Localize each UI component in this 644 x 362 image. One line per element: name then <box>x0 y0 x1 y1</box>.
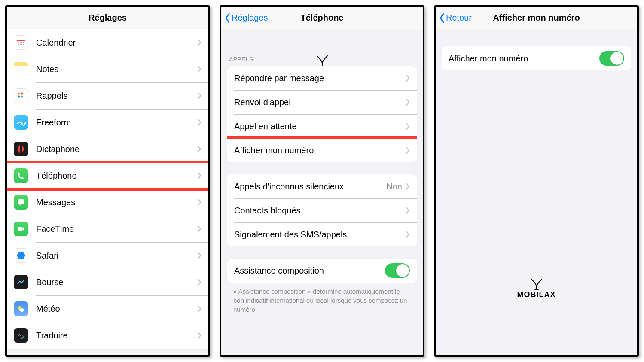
svg-text:文: 文 <box>21 335 25 339</box>
settings-row-translate[interactable]: A文Traduire <box>7 322 208 349</box>
settings-row-freeform[interactable]: Freeform <box>7 109 208 136</box>
chevron-right-icon <box>197 172 201 179</box>
chevron-right-icon <box>197 332 201 339</box>
nav-bar: Réglages Téléphone <box>221 7 423 29</box>
weather-icon <box>14 301 28 316</box>
chevron-right-icon <box>197 119 201 126</box>
row-label: Rappels <box>36 91 197 101</box>
back-button[interactable]: Réglages <box>225 7 268 29</box>
row-showid[interactable]: Afficher mon numéro <box>227 138 417 162</box>
row-waiting[interactable]: Appel en attente <box>227 114 417 138</box>
settings-row-weather[interactable]: Météo <box>7 295 208 322</box>
chevron-right-icon <box>197 225 201 233</box>
row-label: Afficher mon numéro <box>449 54 599 64</box>
row-label: Messages <box>36 198 197 207</box>
calls-group-1: Répondre par messageRenvoi d'appelAppel … <box>227 66 417 162</box>
svg-point-9 <box>18 93 20 95</box>
row-label: Traduire <box>36 331 197 341</box>
svg-point-1 <box>18 42 19 43</box>
row-report[interactable]: Signalement des SMS/appels <box>227 222 417 246</box>
row-label: Afficher mon numéro <box>234 146 406 155</box>
settings-list: CalendrierNotesRappelsFreeformDictaphone… <box>7 29 208 355</box>
nav-title: Téléphone <box>300 13 343 23</box>
messages-icon <box>14 195 28 210</box>
row-forward[interactable]: Renvoi d'appel <box>227 90 417 114</box>
chevron-right-icon <box>406 207 410 214</box>
translate-icon: A文 <box>14 328 28 343</box>
dialassist-toggle[interactable] <box>385 263 410 278</box>
chevron-right-icon <box>406 146 410 154</box>
svg-rect-13 <box>18 227 22 231</box>
row-label: Contacts bloqués <box>234 206 406 216</box>
row-label: Renvoi d'appel <box>234 97 406 107</box>
notes-icon <box>14 62 28 76</box>
row-label: Météo <box>36 304 197 314</box>
back-button[interactable]: Retour <box>439 7 472 29</box>
row-label: Freeform <box>36 118 197 128</box>
svg-point-5 <box>18 44 19 45</box>
calendar-icon <box>14 35 28 50</box>
row-label: Téléphone <box>36 171 197 181</box>
svg-rect-0 <box>17 40 25 41</box>
svg-point-16 <box>19 308 24 312</box>
svg-point-14 <box>17 252 25 259</box>
row-label: Dictaphone <box>36 144 197 154</box>
row-blocked[interactable]: Contacts bloqués <box>227 198 417 222</box>
safari-icon <box>14 248 28 263</box>
chevron-right-icon <box>197 145 201 153</box>
reminders-icon <box>14 88 28 103</box>
phone-settings-panel: Réglages Téléphone MOBILAX Appels Répond… <box>220 5 424 357</box>
chevron-right-icon <box>406 122 410 130</box>
settings-row-phone[interactable]: Téléphone <box>7 162 208 189</box>
chevron-right-icon <box>406 74 410 82</box>
settings-row-voicememo[interactable]: Dictaphone <box>7 136 208 162</box>
svg-point-10 <box>18 96 20 98</box>
row-respond[interactable]: Répondre par message <box>227 66 417 90</box>
show-my-number-row[interactable]: Afficher mon numéro <box>442 46 631 70</box>
row-dialassist[interactable]: Assistance composition <box>227 259 417 283</box>
nav-title: Afficher mon numéro <box>493 13 580 23</box>
settings-row-safari[interactable]: Safari <box>7 242 208 269</box>
settings-row-messages[interactable]: Messages <box>7 189 208 216</box>
row-label: Safari <box>36 251 197 261</box>
settings-row-facetime[interactable]: FaceTime <box>7 216 208 242</box>
phone-icon <box>14 168 28 183</box>
settings-row-stocks[interactable]: Bourse <box>7 269 208 295</box>
calls-group-2: Appels d'inconnus silencieuxNonContacts … <box>227 174 417 246</box>
nav-bar: Réglages <box>7 7 208 29</box>
chevron-right-icon <box>197 92 201 100</box>
svg-point-12 <box>21 96 23 98</box>
row-silence[interactable]: Appels d'inconnus silencieuxNon <box>227 174 417 198</box>
show-caller-id-panel: Retour Afficher mon numéro Afficher mon … <box>434 5 639 357</box>
show-id-content: Afficher mon numéro MOBILAX <box>436 29 637 355</box>
row-label: Signalement des SMS/appels <box>234 230 406 240</box>
row-value: Non <box>386 182 402 192</box>
chevron-right-icon <box>197 278 201 286</box>
dial-assist-footer: « Assistance composition » détermine aut… <box>221 287 423 320</box>
chevron-left-icon <box>439 13 445 23</box>
row-label: Notes <box>36 64 197 74</box>
svg-point-2 <box>20 42 21 43</box>
row-label: Assistance composition <box>234 266 385 276</box>
phone-settings-content: MOBILAX Appels Répondre par messageRenvo… <box>221 29 423 355</box>
settings-row-reminders[interactable]: Rappels <box>7 82 208 109</box>
svg-point-3 <box>21 42 22 43</box>
facetime-icon <box>14 222 28 236</box>
show-my-number-toggle[interactable] <box>599 51 624 66</box>
back-label: Retour <box>446 13 472 23</box>
chevron-right-icon <box>197 65 201 73</box>
chevron-left-icon <box>225 13 231 23</box>
back-label: Réglages <box>232 13 268 23</box>
settings-root-panel: Réglages CalendrierNotesRappelsFreeformD… <box>5 5 210 357</box>
settings-row-notes[interactable]: Notes <box>7 56 208 82</box>
stocks-icon <box>14 275 28 289</box>
row-label: Calendrier <box>36 38 197 48</box>
svg-point-6 <box>20 44 21 45</box>
chevron-right-icon <box>406 231 410 238</box>
svg-point-4 <box>23 42 24 43</box>
row-label: Bourse <box>36 277 197 287</box>
chevron-right-icon <box>197 39 201 46</box>
svg-point-11 <box>21 93 23 95</box>
chevron-right-icon <box>197 252 201 259</box>
settings-row-calendar[interactable]: Calendrier <box>7 29 208 56</box>
